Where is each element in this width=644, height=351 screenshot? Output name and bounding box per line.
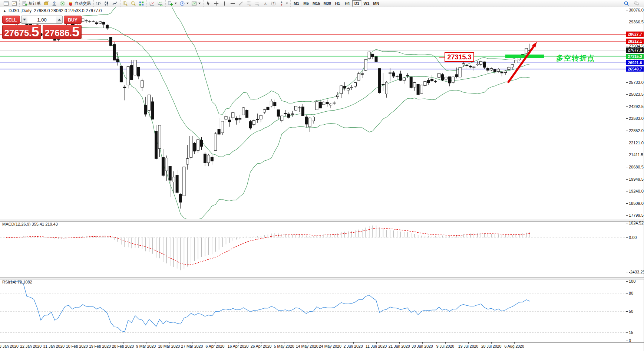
indicator-tick-label: 0 <box>626 338 631 343</box>
date-tick-label: 14 May 2020 <box>296 344 318 348</box>
price-level-badge: 28627.7 <box>626 32 644 37</box>
pane-splitter-rsi[interactable] <box>0 278 644 279</box>
trading-platform-window: 新订单自动交易EFATM1M5M15M30H1H4D1W1MN ▲ DJ30-,… <box>0 0 644 351</box>
date-tick-label: 9 Mar 2020 <box>136 344 156 348</box>
rsi-line <box>9 281 530 332</box>
date-tick-mark <box>8 342 8 344</box>
date-tick-label: 5 May 2020 <box>274 344 294 348</box>
volume-increase-button[interactable] <box>56 16 62 23</box>
date-tick-mark <box>284 342 284 344</box>
sell-button[interactable]: SELL <box>2 16 20 24</box>
price-tick-label: 22121.0 <box>626 141 644 145</box>
buy-button[interactable]: BUY <box>64 16 82 24</box>
date-tick-mark <box>192 342 192 344</box>
date-tick-mark <box>169 342 169 344</box>
date-tick-mark <box>353 342 354 344</box>
pivot-price-callout: 27315.3 <box>445 52 474 62</box>
indicator-tick-label: 80 <box>626 291 633 295</box>
date-tick-mark <box>491 342 492 344</box>
price-tick-label: 21411.5 <box>626 152 643 157</box>
date-tick-mark <box>238 342 238 344</box>
date-tick-mark <box>261 342 261 344</box>
price-tick-label: 25023.5 <box>626 92 644 96</box>
date-tick-mark <box>468 342 469 344</box>
date-tick-label: 6 Aug 2020 <box>505 344 524 348</box>
buy-price-big-digit: 5 <box>72 26 80 38</box>
time-axis-line <box>0 342 644 342</box>
date-tick-mark <box>422 342 423 344</box>
indicator-tick-label: 100 <box>626 279 635 283</box>
collapse-panel-icon[interactable]: ▲ <box>3 9 6 13</box>
date-tick-label: 16 Apr 2020 <box>228 344 249 348</box>
date-tick-mark <box>54 342 54 344</box>
one-click-trade-panel: SELL BUY 27675.5 27686.5 <box>2 16 82 39</box>
pane-splitter-macd[interactable] <box>0 220 644 222</box>
price-tick-label: 22852.0 <box>626 128 644 133</box>
macd-signal-line <box>6 228 530 265</box>
date-tick-label: 6 Apr 2020 <box>205 344 224 348</box>
date-tick-label: 26 Apr 2020 <box>251 344 272 348</box>
buy-price-button[interactable]: 27686.5 <box>43 25 82 39</box>
date-tick-mark <box>146 342 146 344</box>
chart-canvas[interactable] <box>0 0 644 351</box>
chart-symbol-period: DJ30-,Daily <box>9 8 32 13</box>
date-tick-label: 11 Jun 2020 <box>366 344 387 348</box>
indicator-tick-label: -2433.25 <box>626 270 644 274</box>
date-tick-mark <box>514 342 515 344</box>
date-tick-mark <box>100 342 100 344</box>
price-tick-label: 19240.0 <box>626 189 644 193</box>
date-tick-label: 22 Jan 2020 <box>20 344 42 348</box>
price-level-badge: 26921.6 <box>626 60 644 65</box>
date-tick-mark <box>307 342 307 344</box>
price-level-badge: 27677.0 <box>626 47 644 53</box>
price-tick-label: 23583.0 <box>626 116 644 121</box>
sell-price-main: 27675. <box>4 28 32 38</box>
date-tick-label: 28 Jul 2020 <box>481 344 501 348</box>
price-tick-label: 17799.5 <box>626 213 644 217</box>
price-tick-label: 30076.0 <box>626 8 644 12</box>
date-tick-label: 9 Jul 2020 <box>436 344 454 348</box>
macd-main-value: 355.41 <box>32 222 44 226</box>
date-tick-label: 2 Jun 2020 <box>344 344 363 348</box>
macd-pane-label: MACD(12,26,9) 355.41 219.43 <box>2 222 58 226</box>
buy-price-main: 27686. <box>45 28 72 38</box>
price-level-badge: 27315.3 <box>626 54 644 59</box>
price-tick-label: 29366.5 <box>626 20 644 24</box>
price-level-badge: 26549.7 <box>626 66 644 72</box>
price-level-badge: 28212.1 <box>626 39 644 44</box>
macd-histogram <box>6 226 530 270</box>
macd-signal-value: 219.43 <box>45 222 58 226</box>
date-tick-label: 10 Feb 2020 <box>66 344 88 348</box>
sell-price-big-digit: 5 <box>32 26 39 38</box>
volume-stepper <box>21 16 63 24</box>
bull-bear-pivot-note: 多空转折点 <box>556 53 595 63</box>
date-tick-label: 21 Jun 2020 <box>389 344 410 348</box>
rsi-value: 72.1082 <box>17 280 32 284</box>
price-tick-label: 18509.0 <box>626 201 644 206</box>
indicator-tick-label: 15 <box>626 330 633 335</box>
sell-price-button[interactable]: 27675.5 <box>2 25 41 39</box>
date-tick-label: 18 Mar 2020 <box>158 344 180 348</box>
date-tick-mark <box>77 342 77 344</box>
date-tick-label: 13 Jan 2020 <box>0 344 19 348</box>
indicator-tick-label: 0.00 <box>626 235 637 240</box>
price-tick-label: 20680.5 <box>626 165 644 169</box>
indicator-tick-label: 50 <box>626 309 633 314</box>
date-tick-label: 19 Jul 2020 <box>458 344 478 348</box>
date-tick-label: 28 Feb 2020 <box>112 344 134 348</box>
date-tick-label: 19 Feb 2020 <box>89 344 111 348</box>
date-tick-label: 27 Mar 2020 <box>181 344 203 348</box>
bollinger-bands <box>72 0 530 221</box>
date-tick-mark <box>123 342 123 344</box>
date-tick-mark <box>445 342 446 344</box>
volume-input[interactable] <box>27 16 56 23</box>
date-tick-mark <box>399 342 400 344</box>
price-tick-label: 25733.0 <box>626 80 644 85</box>
date-tick-mark <box>31 342 31 344</box>
candlestick-series <box>5 19 531 209</box>
volume-decrease-button[interactable] <box>22 16 27 23</box>
date-tick-label: 24 May 2020 <box>319 344 341 348</box>
date-tick-label: 31 Jan 2020 <box>43 344 65 348</box>
date-tick-mark <box>215 342 215 344</box>
date-tick-mark <box>376 342 377 344</box>
